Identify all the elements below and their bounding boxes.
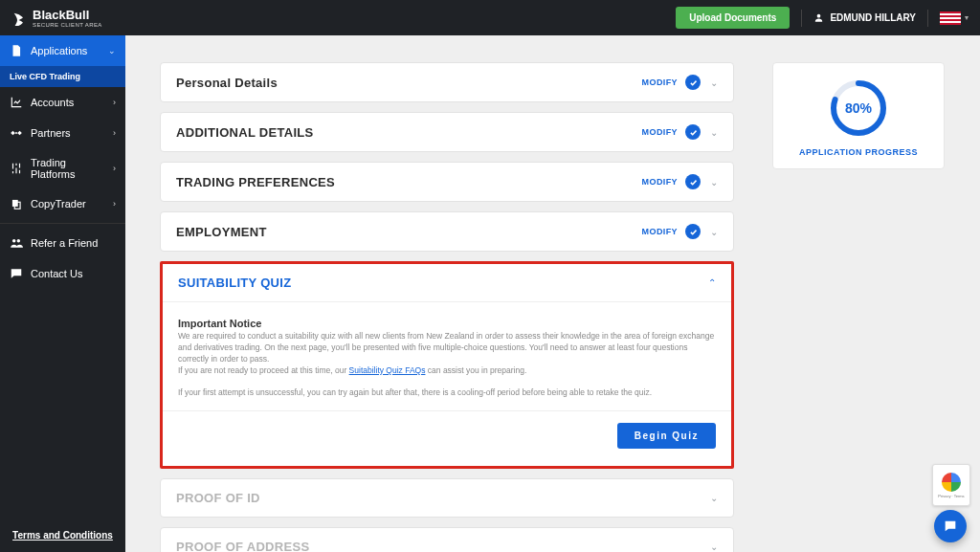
section-title: Personal Details [176, 76, 278, 90]
sidebar-item-label: CopyTrader [31, 198, 86, 210]
svg-point-4 [17, 239, 20, 243]
main-content: Personal Details MODIFY ⌄ ADDITIONAL DET… [125, 35, 980, 552]
chevron-down-icon: ⌄ [710, 127, 718, 138]
copy-icon [10, 197, 23, 210]
notice-text: We are required to conduct a suitability… [178, 331, 716, 399]
section-trading-preferences: TRADING PREFERENCES MODIFY ⌄ [160, 162, 734, 202]
chat-icon [943, 519, 958, 534]
section-title: ADDITIONAL DETAILS [176, 125, 314, 140]
section-header[interactable]: PROOF OF ADDRESS ⌄ [161, 528, 733, 552]
section-header[interactable]: TRADING PREFERENCES MODIFY ⌄ [161, 163, 733, 201]
chevron-down-icon: ⌄ [710, 541, 718, 552]
progress-label: APPLICATION PROGRESS [783, 147, 934, 157]
brand-name: BlackBull [33, 9, 102, 21]
sidebar-item-accounts[interactable]: Accounts › [0, 87, 125, 118]
svg-point-0 [817, 14, 821, 18]
users-icon [10, 236, 23, 250]
upload-documents-button[interactable]: Upload Documents [676, 7, 790, 29]
section-header[interactable]: EMPLOYMENT MODIFY ⌄ [161, 212, 733, 251]
chevron-right-icon: › [113, 199, 116, 209]
sidebar-item-label: Accounts [31, 97, 74, 108]
chat-fab-button[interactable] [934, 510, 967, 542]
sidebar-item-trading-platforms[interactable]: Trading Platforms › [0, 148, 125, 188]
sidebar-footer: Terms and Conditions [0, 518, 125, 552]
modify-link[interactable]: MODIFY [642, 77, 678, 87]
user-menu[interactable]: EDMUND HILLARY [813, 12, 916, 23]
section-proof-of-id: PROOF OF ID ⌄ [160, 478, 734, 518]
chevron-right-icon: › [113, 128, 116, 138]
section-body: Important Notice We are required to cond… [163, 301, 731, 466]
recaptcha-icon [942, 473, 961, 492]
user-name: EDMUND HILLARY [830, 12, 916, 23]
brand-logo-icon [11, 11, 27, 26]
sidebar-item-label: Live CFD Trading [10, 72, 80, 81]
sidebar-item-label: Contact Us [31, 268, 82, 279]
svg-rect-1 [12, 200, 18, 207]
brand[interactable]: BlackBull SECURE CLIENT AREA [11, 9, 102, 28]
handshake-icon [10, 126, 23, 140]
section-title: SUITABILITY QUIZ [178, 276, 291, 290]
terms-link[interactable]: Terms and Conditions [12, 530, 113, 541]
section-suitability-quiz: SUITABILITY QUIZ ⌃ Important Notice We a… [160, 261, 734, 469]
sidebar-item-label: Trading Platforms [31, 157, 105, 180]
modify-link[interactable]: MODIFY [642, 127, 678, 137]
sidebar-item-copytrader[interactable]: CopyTrader › [0, 188, 125, 219]
sidebar-item-live-cfd[interactable]: Live CFD Trading [0, 66, 125, 87]
sidebar-item-label: Refer a Friend [31, 237, 98, 249]
chevron-down-icon: ⌄ [710, 177, 718, 188]
progress-percent: 80% [829, 78, 888, 138]
brand-tagline: SECURE CLIENT AREA [33, 22, 102, 28]
section-title: PROOF OF ID [176, 491, 260, 505]
sidebar-item-partners[interactable]: Partners › [0, 118, 125, 148]
sidebar-item-label: Applications [31, 45, 87, 56]
progress-card: 80% APPLICATION PROGRESS [772, 62, 945, 169]
divider [0, 223, 125, 224]
sliders-icon [10, 162, 23, 175]
section-title: EMPLOYMENT [176, 225, 267, 239]
chevron-right-icon: › [113, 98, 116, 107]
recaptcha-text: Privacy · Terms [938, 494, 964, 498]
section-header[interactable]: PROOF OF ID ⌄ [161, 479, 733, 517]
section-header[interactable]: Personal Details MODIFY ⌄ [161, 63, 733, 101]
check-icon [685, 124, 701, 140]
chevron-down-icon: ▾ [965, 13, 969, 22]
check-icon [685, 75, 701, 90]
section-title: PROOF OF ADDRESS [176, 540, 309, 552]
language-flag-icon[interactable] [940, 11, 961, 25]
section-header[interactable]: ADDITIONAL DETAILS MODIFY ⌄ [161, 113, 733, 151]
section-additional-details: ADDITIONAL DETAILS MODIFY ⌄ [160, 112, 734, 152]
user-icon [813, 12, 824, 23]
section-title: TRADING PREFERENCES [176, 175, 335, 189]
chevron-down-icon: ⌄ [710, 493, 718, 503]
divider [801, 10, 802, 27]
chevron-down-icon: ⌄ [710, 227, 718, 237]
begin-quiz-button[interactable]: Begin Quiz [617, 423, 716, 449]
faq-link[interactable]: Suitability Quiz FAQs [349, 365, 426, 375]
progress-ring: 80% [829, 78, 888, 138]
sidebar: Applications ⌄ Live CFD Trading Accounts… [0, 35, 125, 552]
document-icon [10, 44, 23, 57]
notice-title: Important Notice [178, 318, 716, 329]
recaptcha-badge[interactable]: Privacy · Terms [932, 464, 970, 506]
section-personal-details: Personal Details MODIFY ⌄ [160, 62, 734, 102]
divider [163, 410, 731, 411]
sidebar-item-applications[interactable]: Applications ⌄ [0, 35, 125, 66]
divider [927, 10, 928, 27]
form-sections: Personal Details MODIFY ⌄ ADDITIONAL DET… [160, 62, 734, 552]
chevron-up-icon: ⌃ [708, 277, 716, 288]
check-icon [685, 174, 701, 189]
sidebar-item-label: Partners [31, 127, 71, 139]
section-header[interactable]: SUITABILITY QUIZ ⌃ [163, 264, 731, 301]
svg-point-3 [12, 239, 15, 243]
check-icon [685, 224, 701, 239]
chevron-down-icon: ⌄ [710, 77, 718, 88]
section-employment: EMPLOYMENT MODIFY ⌄ [160, 211, 734, 252]
chevron-down-icon: ⌄ [108, 46, 116, 55]
section-proof-of-address: PROOF OF ADDRESS ⌄ [160, 527, 734, 552]
modify-link[interactable]: MODIFY [642, 227, 678, 236]
chevron-right-icon: › [113, 164, 116, 173]
topbar: BlackBull SECURE CLIENT AREA Upload Docu… [0, 0, 980, 35]
modify-link[interactable]: MODIFY [642, 177, 678, 187]
sidebar-item-contact[interactable]: Contact Us [0, 258, 125, 289]
sidebar-item-refer[interactable]: Refer a Friend [0, 228, 125, 258]
